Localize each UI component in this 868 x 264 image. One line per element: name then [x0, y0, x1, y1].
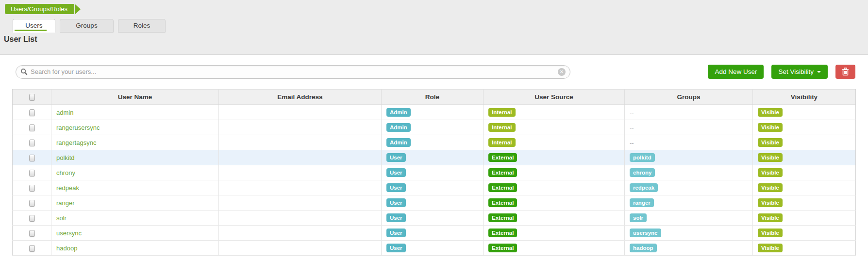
role-badge: User	[386, 229, 406, 237]
groups-cell: polkitd	[625, 150, 753, 165]
select-all-checkbox[interactable]	[29, 94, 35, 101]
email-cell	[219, 211, 382, 226]
row-checkbox[interactable]	[29, 230, 35, 237]
caret-down-icon	[817, 71, 821, 73]
row-checkbox[interactable]	[29, 109, 35, 116]
group-badge[interactable]: redpeak	[630, 183, 658, 192]
no-groups-text: --	[630, 109, 634, 116]
tab-roles-label: Roles	[134, 22, 150, 29]
row-select-cell	[13, 241, 51, 256]
user-name-link[interactable]: chrony	[56, 169, 75, 176]
row-select-cell	[13, 150, 51, 165]
user-name-link[interactable]: rangerusersync	[56, 124, 100, 131]
user-name-cell: rangertagsync	[51, 135, 219, 150]
group-badge[interactable]: ranger	[630, 198, 654, 207]
role-badge: Admin	[386, 123, 411, 132]
group-badge[interactable]: solr	[630, 213, 647, 222]
row-checkbox[interactable]	[29, 155, 35, 161]
visibility-badge: Visible	[758, 213, 783, 222]
row-checkbox[interactable]	[29, 185, 35, 192]
user-name-cell: hadoop	[51, 241, 219, 256]
user-name-link[interactable]: usersync	[56, 229, 82, 237]
visibility-badge: Visible	[758, 244, 783, 252]
row-checkbox[interactable]	[29, 245, 35, 252]
user-source-cell: External	[484, 195, 625, 211]
visibility-cell: Visible	[753, 241, 856, 256]
user-name-link[interactable]: redpeak	[56, 184, 79, 192]
user-name-cell: polkitd	[51, 150, 219, 165]
row-checkbox[interactable]	[29, 124, 35, 131]
search-icon	[20, 68, 28, 75]
visibility-cell: Visible	[753, 195, 856, 211]
groups-cell: --	[625, 105, 753, 120]
row-select-cell	[13, 105, 51, 120]
table-row: rangertagsyncAdminInternal--Visible	[13, 135, 856, 150]
row-select-cell	[13, 135, 51, 150]
group-badge[interactable]: chrony	[630, 168, 655, 177]
page-title: User List	[4, 35, 37, 44]
user-name-link[interactable]: ranger	[56, 199, 75, 207]
breadcrumb-arrow-icon	[75, 4, 81, 14]
visibility-badge: Visible	[758, 183, 783, 192]
user-name-link[interactable]: rangertagsync	[56, 139, 96, 146]
group-badge[interactable]: hadoop	[630, 244, 657, 252]
user-source-badge: External	[488, 244, 517, 252]
search-input[interactable]	[16, 65, 570, 79]
group-badge[interactable]: polkitd	[630, 153, 655, 162]
user-source-badge: External	[488, 153, 517, 162]
tab-groups[interactable]: Groups	[60, 19, 114, 33]
email-cell	[219, 135, 382, 150]
user-name-link[interactable]: admin	[56, 109, 73, 116]
visibility-cell: Visible	[753, 135, 856, 150]
visibility-cell: Visible	[753, 226, 856, 241]
role-cell: Admin	[382, 135, 484, 150]
column-header-email-address: Email Address	[219, 89, 382, 105]
row-checkbox[interactable]	[29, 200, 35, 207]
user-source-cell: Internal	[484, 120, 625, 135]
row-checkbox[interactable]	[29, 215, 35, 222]
topbar: Users/Groups/Roles Users Groups Roles Us…	[0, 0, 868, 55]
user-table: User NameEmail AddressRoleUser SourceGro…	[12, 89, 856, 256]
user-name-link[interactable]: polkitd	[56, 154, 75, 161]
table-row: hadoopUserExternalhadoopVisible	[13, 241, 856, 256]
user-source-cell: External	[484, 226, 625, 241]
group-badge[interactable]: usersync	[630, 229, 661, 237]
row-select-cell	[13, 226, 51, 241]
delete-button[interactable]	[835, 65, 855, 79]
table-row: polkitdUserExternalpolkitdVisible	[13, 150, 856, 165]
visibility-badge: Visible	[758, 153, 783, 162]
column-header-role: Role	[382, 89, 484, 105]
row-checkbox[interactable]	[29, 140, 35, 146]
role-cell: User	[382, 165, 484, 180]
row-checkbox[interactable]	[29, 170, 35, 176]
no-groups-text: --	[630, 139, 634, 146]
column-header-user-name: User Name	[51, 89, 219, 105]
add-new-user-button[interactable]: Add New User	[708, 65, 764, 79]
column-header-groups: Groups	[625, 89, 753, 105]
email-cell	[219, 165, 382, 180]
user-name-cell: ranger	[51, 195, 219, 211]
set-visibility-button[interactable]: Set Visibility	[771, 65, 828, 79]
user-table-wrap: User NameEmail AddressRoleUser SourceGro…	[12, 89, 855, 256]
tab-users[interactable]: Users	[13, 19, 55, 33]
clear-search-icon[interactable]: ✕	[558, 68, 566, 76]
groups-cell: redpeak	[625, 180, 753, 195]
visibility-cell: Visible	[753, 150, 856, 165]
table-row: usersyncUserExternalusersyncVisible	[13, 226, 856, 241]
row-select-cell	[13, 180, 51, 195]
role-cell: User	[382, 150, 484, 165]
user-name-cell: usersync	[51, 226, 219, 241]
breadcrumb[interactable]: Users/Groups/Roles	[5, 4, 81, 14]
email-cell	[219, 226, 382, 241]
user-name-cell: admin	[51, 105, 219, 120]
email-cell	[219, 105, 382, 120]
role-badge: Admin	[386, 108, 411, 117]
role-cell: User	[382, 241, 484, 256]
table-row: rangerUserExternalrangerVisible	[13, 195, 856, 211]
table-row: adminAdminInternal--Visible	[13, 105, 856, 120]
user-name-link[interactable]: solr	[56, 214, 67, 222]
user-name-link[interactable]: hadoop	[56, 245, 77, 252]
tab-roles[interactable]: Roles	[118, 19, 166, 33]
user-source-badge: Internal	[488, 108, 516, 117]
trash-icon	[842, 68, 849, 76]
